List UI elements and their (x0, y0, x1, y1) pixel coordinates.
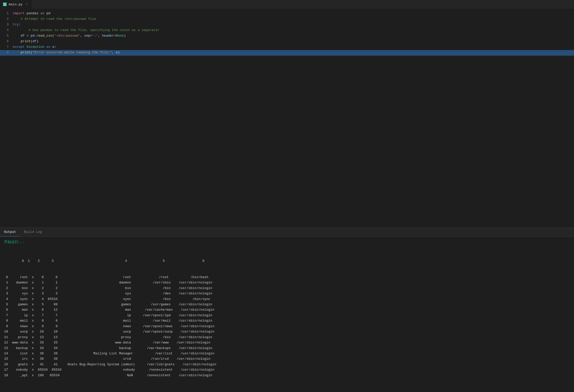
panel-tab-output[interactable]: Output (0, 228, 20, 236)
line-content: try: (13, 22, 574, 27)
line-number: 5 (0, 33, 13, 39)
table-row: 9 news x 9 9 news /var/spool/news /usr/s… (4, 324, 570, 329)
line-content: print(df) (13, 39, 574, 44)
table-row: 7 lp x 7 7 lp /var/spool/lpd /usr/sbin/n… (4, 313, 570, 318)
panel-tab-bar: OutputBuild Log (0, 228, 574, 237)
line-number: 1 (0, 11, 13, 16)
line-content: except Exception as e: (13, 44, 574, 50)
table-row: 18 _apt x 100 65534 NaN /nonexistent /us… (4, 373, 570, 378)
bottom-panel: OutputBuild Log 开始运行... 0 1 2 3 4 5 6 0 … (0, 228, 574, 392)
line-content: # Attempt to read the /etc/passwd file (13, 17, 574, 22)
code-line: 7except Exception as e: (0, 44, 574, 50)
table-row: 10 uucp x 10 10 uucp /var/spool/uucp /us… (4, 329, 570, 334)
table-row: 11 proxy x 13 13 proxy /bin /usr/sbin/no… (4, 335, 570, 340)
table-row: 15 irc x 39 39 ircd /run/ircd /usr/sbin/… (4, 356, 570, 361)
tab-label: main.py (9, 3, 23, 6)
code-line: 6 print(df) (0, 39, 574, 44)
code-line: 3try: (0, 22, 574, 28)
line-number: 6 (0, 39, 13, 44)
table-row: 4 sync x 4 65534 sync /bin /bin/sync (4, 296, 570, 302)
line-number: 7 (0, 44, 13, 50)
table-row: 8 mail x 8 8 mail /var/mail /usr/sbin/no… (4, 318, 570, 323)
line-content: # Use pandas to read the file, specifyin… (13, 28, 574, 33)
line-number: 4 (0, 28, 13, 33)
line-number: 2 (0, 17, 13, 22)
tab-close-button[interactable]: × (25, 2, 29, 6)
table-row: 12 www-data x 33 33 www-data /var/www /u… (4, 340, 570, 345)
table-row: 2 bin x 2 2 bin /bin /usr/sbin/nologin (4, 285, 570, 291)
file-tab[interactable]: main.py × (0, 0, 32, 9)
table-row: 5 games x 5 60 games /usr/games /usr/sbi… (4, 302, 570, 307)
editor-spacer (0, 58, 574, 228)
code-editor: 1import pandas as pd2 # Attempt to read … (0, 9, 574, 58)
table-row: 13 backup x 34 34 backup /var/backups /u… (4, 345, 570, 351)
code-line: 8 print("Error occurred while reading th… (0, 50, 574, 56)
table-row: 6 man x 6 12 man /var/cache/man /usr/sbi… (4, 307, 570, 312)
table-row: 1 daemon x 1 1 daemon /usr/sbin /usr/sbi… (4, 280, 570, 285)
table-row: 17 nobody x 65534 65534 nobody /nonexist… (4, 367, 570, 372)
table-header-row: 0 1 2 3 4 5 6 (4, 258, 570, 264)
table-row: 3 sys x 3 3 sys /dev /usr/sbin/nologin (4, 291, 570, 296)
panel-tab-build-log[interactable]: Build Log (20, 228, 46, 236)
table-row: 16 gnats x 41 41 Gnats Bug-Reporting Sys… (4, 362, 570, 367)
file-icon (3, 3, 7, 6)
code-line: 1import pandas as pd (0, 11, 574, 17)
line-content: print("Error occurred while reading the … (13, 50, 574, 55)
line-number: 8 (0, 50, 13, 55)
table-row: 14 list x 38 38 Mailing List Manager /va… (4, 351, 570, 356)
start-text: 开始运行... (4, 240, 570, 244)
tab-bar: main.py × (0, 0, 574, 9)
line-content: df = pd.read_csv('/etc/passwd', sep=':',… (13, 33, 574, 39)
line-number: 3 (0, 22, 13, 27)
line-content: import pandas as pd (13, 11, 574, 16)
code-line: 2 # Attempt to read the /etc/passwd file (0, 17, 574, 22)
table-row: 0 root x 0 0 root /root /bin/bash (4, 275, 570, 280)
panel-content: 开始运行... 0 1 2 3 4 5 6 0 root x 0 0 root (0, 237, 574, 392)
output-table: 0 1 2 3 4 5 6 0 root x 0 0 root /root /b… (4, 247, 570, 389)
code-line: 5 df = pd.read_csv('/etc/passwd', sep=':… (0, 33, 574, 39)
code-line: 4 # Use pandas to read the file, specify… (0, 28, 574, 33)
